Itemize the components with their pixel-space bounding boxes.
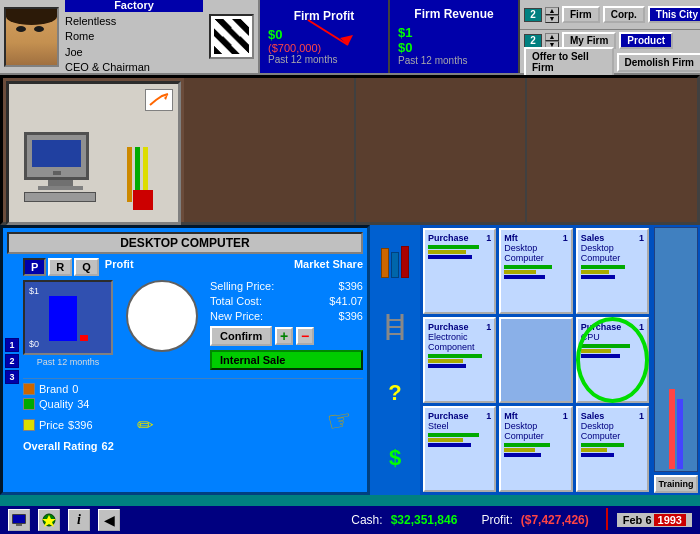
status-date: Feb 6 1993 (617, 513, 692, 527)
question-icon: ? (377, 375, 413, 411)
side-numbers: 1 2 3 (5, 338, 19, 384)
product-area (0, 75, 700, 225)
grid-purchase-cpu[interactable]: Purchase 1 CPU (576, 317, 649, 403)
person-city: Rome (65, 29, 203, 44)
books-icon (377, 244, 413, 280)
btn-offer-sell[interactable]: Offer to Sell Firm (524, 47, 614, 77)
red-block (133, 190, 153, 210)
operations-grid: Purchase 1 Mft 1 Desktop Computer Sales … (420, 225, 652, 495)
pencil-icon: ✏ (137, 413, 154, 437)
btn-demolish[interactable]: Demolish Firm (617, 53, 700, 72)
quality-color-box (23, 398, 35, 410)
nav-up-1[interactable] (545, 7, 559, 15)
svg-rect-10 (16, 524, 22, 526)
pie-chart (126, 280, 198, 352)
training-area (654, 227, 698, 472)
btn-product[interactable]: Product (619, 32, 673, 49)
quality-value: 34 (77, 398, 89, 410)
grid-sales-desktop-1[interactable]: Sales 1 Desktop Computer (576, 228, 649, 314)
brand-color-box (23, 383, 35, 395)
market-share-label: Market Share (294, 258, 363, 280)
trend-box (145, 89, 173, 111)
tab-p[interactable]: P (23, 258, 46, 276)
product-display (6, 81, 181, 225)
nav-down-1[interactable] (545, 15, 559, 23)
avatar (4, 7, 59, 67)
nav-up-2[interactable] (545, 33, 559, 41)
confirm-button[interactable]: Confirm (210, 326, 272, 346)
grid-empty-mid (499, 317, 572, 403)
selling-info: Selling Price: $396 Total Cost: $41.07 N… (210, 280, 363, 370)
person-title: CEO & Chairman (65, 60, 203, 75)
divider (605, 508, 609, 532)
profit-past-label: Past 12 months (268, 54, 380, 65)
brand-value: 0 (72, 383, 78, 395)
date-day: Feb 6 (623, 514, 652, 526)
nav-top-row: 2 Firm Corp. This City (520, 0, 700, 30)
quality-label: Quality (39, 398, 73, 410)
nav-arrows-1[interactable] (545, 7, 559, 23)
svg-rect-13 (606, 508, 608, 530)
status-bar: i ◀ Cash: $32,351,846 Profit: ($7,427,42… (0, 506, 700, 534)
date-year: 1993 (654, 514, 686, 526)
right-nav-panel: 2 Firm Corp. This City 2 My Firm Product… (520, 0, 700, 73)
price-value: $396 (68, 419, 92, 431)
chart-low: $0 (29, 339, 39, 349)
profit-chart: $1 $0 Past 12 months (23, 280, 113, 370)
status-icon-info[interactable]: i (68, 509, 90, 531)
firm-revenue-panel: Firm Revenue $1 $0 Past 12 months (390, 0, 520, 73)
revenue-past-label: Past 12 months (398, 55, 510, 66)
person-name: Relentless (65, 14, 203, 29)
tab-r[interactable]: R (48, 258, 72, 276)
svg-rect-9 (13, 515, 25, 523)
side-num-3: 3 (5, 370, 19, 384)
chart-bar-red (80, 335, 88, 341)
dollar-icon: $ (377, 440, 413, 476)
btn-corp[interactable]: Corp. (603, 6, 645, 23)
svg-line-0 (308, 20, 348, 45)
product-slot-3 (356, 78, 528, 222)
status-icon-back[interactable]: ◀ (98, 509, 120, 531)
grid-purchase-steel[interactable]: Purchase 1 Steel (423, 406, 496, 492)
status-icon-2[interactable] (38, 509, 60, 531)
chart-bar-main (49, 296, 77, 341)
profit-label: Profit: (481, 513, 512, 527)
brand-label: Brand (39, 383, 68, 395)
training-button[interactable]: Training (654, 475, 698, 493)
nav-num-1: 2 (524, 8, 542, 22)
btn-this-city[interactable]: This City (648, 6, 700, 23)
product-slot-4 (527, 78, 697, 222)
price-decrease-button[interactable]: − (296, 327, 314, 345)
revenue-current: $1 (398, 25, 510, 40)
total-cost-value: $41.07 (329, 295, 363, 307)
market-share-chart (119, 280, 204, 370)
selling-price-value: $396 (339, 280, 363, 292)
profit-tab-label: Profit (105, 258, 134, 276)
mid-icons-panel: ? $ (370, 225, 420, 495)
cash-label: Cash: (351, 513, 382, 527)
factory-panel: Factory Relentless Rome Joe CEO & Chairm… (0, 0, 260, 73)
nav-num-2: 2 (524, 34, 542, 48)
new-price-label: New Price: (210, 310, 263, 322)
chart-high: $1 (29, 286, 39, 296)
grid-sales-desktop-2[interactable]: Sales 1 Desktop Computer (576, 406, 649, 492)
svg-marker-1 (340, 35, 353, 45)
revenue-zero: $0 (398, 40, 510, 55)
ratings-section: Brand 0 Quality 34 Price $396 ✏ Overall … (23, 378, 363, 452)
grid-mft-desktop-2[interactable]: Mft 1 Desktop Computer (499, 406, 572, 492)
internal-sale-button[interactable]: Internal Sale (210, 350, 363, 370)
grid-purchase-1[interactable]: Purchase 1 (423, 228, 496, 314)
ladder-icon (377, 309, 413, 345)
status-icon-1[interactable] (8, 509, 30, 531)
btn-firm[interactable]: Firm (562, 6, 600, 23)
selling-price-label: Selling Price: (210, 280, 274, 292)
side-num-2: 2 (5, 354, 19, 368)
tab-q[interactable]: Q (74, 258, 99, 276)
new-price-value: $396 (339, 310, 363, 322)
grid-mft-desktop-1[interactable]: Mft 1 Desktop Computer (499, 228, 572, 314)
price-increase-button[interactable]: + (275, 327, 293, 345)
grid-purchase-electronic[interactable]: Purchase 1 Electronic Component (423, 317, 496, 403)
overall-value: 62 (102, 440, 114, 452)
factory-title: Factory (65, 0, 203, 12)
overall-label: Overall Rating (23, 440, 98, 452)
